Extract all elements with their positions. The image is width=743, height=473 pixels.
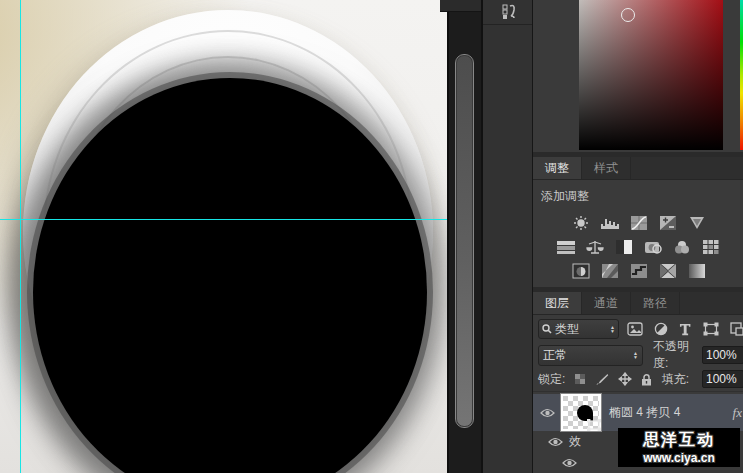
exposure-icon[interactable]: [658, 214, 678, 231]
eye-icon: [562, 458, 577, 468]
adjustments-panel: 调整 样式 添加调整: [533, 157, 743, 292]
gradient-map-icon[interactable]: [658, 262, 678, 279]
selective-color-icon[interactable]: [687, 262, 707, 279]
blend-mode-row: 正常 ▲▼ 不透明度: 100%: [533, 343, 743, 367]
adjustment-icons-row1: [533, 214, 743, 231]
blend-mode-select[interactable]: 正常 ▲▼: [538, 345, 643, 366]
search-icon: [542, 324, 552, 334]
posterize-icon[interactable]: [600, 262, 620, 279]
panel-dock: 调整 样式 添加调整: [532, 0, 743, 473]
tab-styles[interactable]: 样式: [582, 157, 631, 179]
vertical-guide[interactable]: [20, 0, 21, 473]
layer-filter-icons: [627, 322, 743, 336]
vector-mask-anchor-icon: [587, 419, 601, 431]
horizontal-guide[interactable]: [0, 219, 447, 220]
threshold-icon[interactable]: [629, 262, 649, 279]
color-panel: [533, 0, 743, 157]
adjustment-icons-row2: [533, 238, 743, 255]
vibrance-icon[interactable]: [687, 214, 707, 231]
opacity-value[interactable]: 100%: [702, 346, 743, 364]
lock-label: 锁定:: [538, 371, 565, 388]
curves-icon[interactable]: [629, 214, 649, 231]
effect-item-visibility-toggle[interactable]: [555, 458, 583, 468]
lock-image-pixels-icon[interactable]: [595, 373, 609, 386]
invert-icon[interactable]: [571, 262, 591, 279]
lock-all-icon[interactable]: [641, 373, 652, 386]
watermark-url: www.ciya.cn: [643, 451, 715, 465]
watermark: 思洋互动 www.ciya.cn: [618, 428, 740, 467]
adjustment-layer-filter-icon[interactable]: [654, 322, 668, 336]
layer-name[interactable]: 椭圆 4 拷贝 4: [609, 404, 680, 421]
levels-icon[interactable]: [600, 214, 620, 231]
tab-channels[interactable]: 通道: [582, 292, 631, 314]
scrollbar-top-cap: [440, 0, 483, 12]
photo-filter-icon[interactable]: [643, 238, 663, 255]
lock-row: 锁定: 填充: [533, 367, 743, 392]
document-canvas[interactable]: [0, 0, 447, 473]
eye-icon: [540, 408, 555, 418]
tab-layers[interactable]: 图层: [533, 292, 582, 314]
scrollbar-thumb[interactable]: [456, 55, 473, 427]
history-panel-icon[interactable]: [483, 0, 534, 25]
opacity-label: 不透明度:: [653, 338, 698, 372]
filter-kind-select[interactable]: 类型 ▲▼: [538, 319, 619, 339]
layer-thumbnail[interactable]: [561, 394, 601, 431]
color-field[interactable]: [579, 0, 723, 150]
layer-visibility-toggle[interactable]: [533, 408, 561, 418]
layers-tabbar: 图层 通道 路径: [533, 292, 743, 315]
color-balance-icon[interactable]: [585, 238, 605, 255]
shape-layer-filter-icon[interactable]: [703, 322, 719, 336]
fill-label: 填充:: [662, 371, 689, 388]
add-adjustment-label: 添加调整: [533, 180, 743, 207]
layer-filter-row: 类型 ▲▼: [533, 315, 743, 343]
canvas-vertical-scrollbar[interactable]: [447, 0, 483, 473]
photoshop-window: 调整 样式 添加调整: [0, 0, 743, 473]
eye-icon: [548, 437, 563, 447]
adjustment-icons-row3: [533, 262, 743, 279]
collapsed-panel-strip: [481, 0, 534, 473]
pixel-layer-filter-icon[interactable]: [627, 322, 643, 336]
filter-kind-value: 类型: [555, 321, 579, 338]
effects-label: 效: [569, 433, 581, 450]
fill-value[interactable]: 100%: [702, 370, 743, 388]
hue-saturation-icon[interactable]: [556, 238, 576, 255]
color-field-cursor[interactable]: [621, 8, 635, 22]
lock-position-icon[interactable]: [618, 372, 632, 386]
adjustments-tabbar: 调整 样式: [533, 157, 743, 180]
fx-badge[interactable]: fx: [733, 405, 742, 421]
select-arrows-icon: ▲▼: [633, 351, 638, 359]
smart-object-filter-icon[interactable]: [730, 322, 743, 336]
black-white-icon[interactable]: [614, 238, 634, 255]
lock-transparent-pixels-icon[interactable]: [574, 373, 586, 385]
blend-mode-value: 正常: [543, 347, 567, 364]
brightness-contrast-icon[interactable]: [571, 214, 591, 231]
tab-paths[interactable]: 路径: [631, 292, 680, 314]
layer-row-ellipse-4-copy-4[interactable]: 椭圆 4 拷贝 4 fx: [533, 394, 743, 431]
tab-adjustments[interactable]: 调整: [533, 157, 582, 179]
color-lookup-icon[interactable]: [701, 238, 721, 255]
watermark-title: 思洋互动: [643, 430, 715, 451]
channel-mixer-icon[interactable]: [672, 238, 692, 255]
select-arrows-icon: ▲▼: [610, 325, 615, 333]
type-layer-filter-icon[interactable]: [679, 322, 692, 336]
effects-visibility-toggle[interactable]: [541, 437, 569, 447]
